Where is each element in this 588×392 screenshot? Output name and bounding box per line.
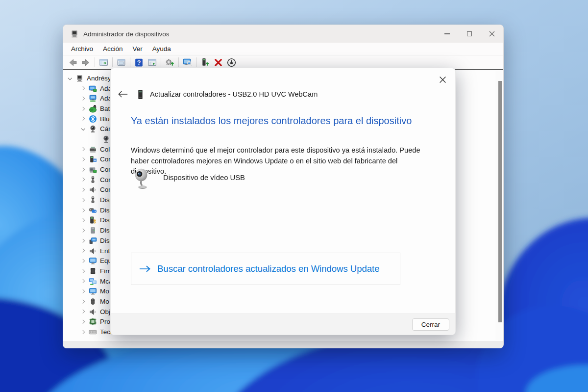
chevron-right-icon[interactable] [79,287,87,295]
camera-icon [102,135,110,143]
toolbar-update-driver-button[interactable] [163,56,176,69]
device-row: Dispositivo de vídeo USB [132,168,245,191]
uninstall-icon [213,57,223,68]
update-driver-icon [165,57,175,68]
arrow-left-icon [118,90,128,98]
toolbar-show-console-tree-button[interactable] [97,56,110,69]
software-device-icon [89,226,97,235]
toolbar-separator [196,57,196,67]
menu-bar: ArchivoAcciónVerAyuda [63,43,503,55]
chevron-right-icon[interactable] [79,95,87,103]
chevron-right-icon[interactable] [79,267,87,275]
titlebar[interactable]: Administrador de dispositivos [63,25,503,43]
chevron-right-icon[interactable] [79,196,87,204]
toolbar-separator [95,57,95,67]
menu-item-archivo[interactable]: Archivo [66,43,98,55]
show-console-tree-icon [98,57,109,68]
chevron-right-icon[interactable] [79,236,87,244]
chevron-right-icon[interactable] [79,247,87,255]
minimize-button[interactable] [436,25,458,43]
cerrar-button[interactable]: Cerrar [412,318,449,331]
menu-item-accion[interactable]: Acción [98,43,128,55]
system-device-icon [89,236,97,245]
disable-icon [226,57,237,68]
device-name: Dispositivo de vídeo USB [163,174,245,182]
keyboard-icon [89,328,97,336]
network-adapter-icon [89,94,97,103]
close-icon [439,76,446,83]
bluetooth-icon [89,115,97,123]
webcam-icon [132,168,151,191]
software-component-icon [89,155,97,163]
chevron-right-icon[interactable] [79,277,87,285]
dialog-close-button[interactable] [436,73,449,86]
monitor-icon [89,287,97,295]
desktop: Administrador de dispositivos ArchivoAcc… [0,0,588,392]
chevron-right-icon[interactable] [79,257,87,265]
computer-icon [75,74,84,82]
chevron-right-icon[interactable] [79,227,87,235]
search-windows-update-link[interactable]: Buscar controladores actualizados en Win… [131,253,400,285]
chevron-right-icon[interactable] [79,115,87,123]
chevron-right-icon[interactable] [79,308,87,315]
speaker-icon [89,185,97,194]
chevron-right-icon[interactable] [79,318,87,326]
camera-icon [89,125,97,133]
maximize-button[interactable] [458,25,481,43]
toolbar-back-button[interactable] [66,56,79,69]
dialog-back-button[interactable] [116,88,130,101]
toolbar-help-button[interactable]: ? [132,56,146,69]
toolbar-disable-device-button[interactable] [225,56,238,69]
scan-changes-icon [182,57,193,68]
action-pane-icon [147,57,157,68]
update-driver-dialog: Actualizar controladores - USB2.0 HD UVC… [110,68,456,335]
chevron-right-icon[interactable] [79,84,87,92]
dialog-title: Actualizar controladores - USB2.0 HD UVC… [150,90,318,98]
minimize-icon [444,33,450,34]
close-icon [489,31,495,37]
window-title: Administrador de dispositivos [83,30,170,38]
chevron-right-icon[interactable] [79,176,87,183]
monitor-icon [89,257,97,265]
chevron-right-icon[interactable] [79,206,87,214]
toolbar-driver-update-button[interactable] [198,56,212,69]
help-icon: ? [134,57,144,68]
chevron-right-icon[interactable] [79,328,87,336]
menu-item-ayuda[interactable]: Ayuda [147,43,176,55]
arrow-right-icon [139,265,151,273]
dialog-footer: Cerrar [111,314,455,335]
tree-item-label: Andrésy [87,75,111,82]
close-button[interactable] [481,25,503,43]
chevron-right-icon[interactable] [79,166,87,174]
back-icon [68,57,78,68]
device-manager-app-icon [70,29,79,38]
toolbar-scan-hardware-changes-button[interactable] [181,56,194,69]
maximize-icon [467,31,472,36]
hid-icon [89,206,97,214]
chevron-right-icon[interactable] [79,156,87,163]
usb-icon [89,176,97,184]
chevron-down-icon[interactable] [79,125,87,133]
toolbar-properties-button[interactable] [115,56,128,69]
toolbar-action-pane-button[interactable] [146,56,159,69]
toolbar-uninstall-device-button[interactable] [212,56,225,69]
toolbar-forward-button[interactable] [79,56,93,69]
menu-item-ver[interactable]: Ver [128,43,147,55]
chevron-right-icon[interactable] [79,297,87,305]
printer-icon [89,145,97,154]
toolbar-separator [178,57,179,67]
chevron-right-icon[interactable] [79,145,87,153]
speaker-icon [89,308,97,316]
tree-item-label: Obj [100,308,110,315]
chevron-right-icon[interactable] [79,186,87,194]
storage-controller-icon [89,165,97,174]
scrollbar-thumb[interactable] [498,81,502,322]
chevron-right-icon[interactable] [79,216,87,224]
toolbar-separator [112,57,113,67]
driver-device-icon [137,89,144,100]
battery-icon [89,105,97,113]
chevron-down-icon[interactable] [66,74,74,82]
tree-item-label: Mo [100,287,109,295]
chevron-right-icon[interactable] [79,105,87,112]
processor-icon [89,317,97,326]
